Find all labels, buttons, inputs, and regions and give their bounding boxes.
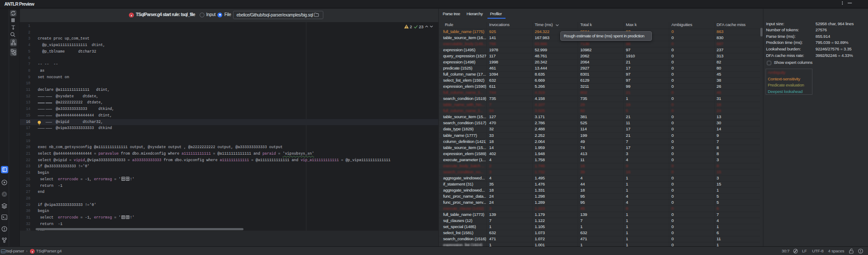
svg-text:A: A	[3, 192, 5, 196]
